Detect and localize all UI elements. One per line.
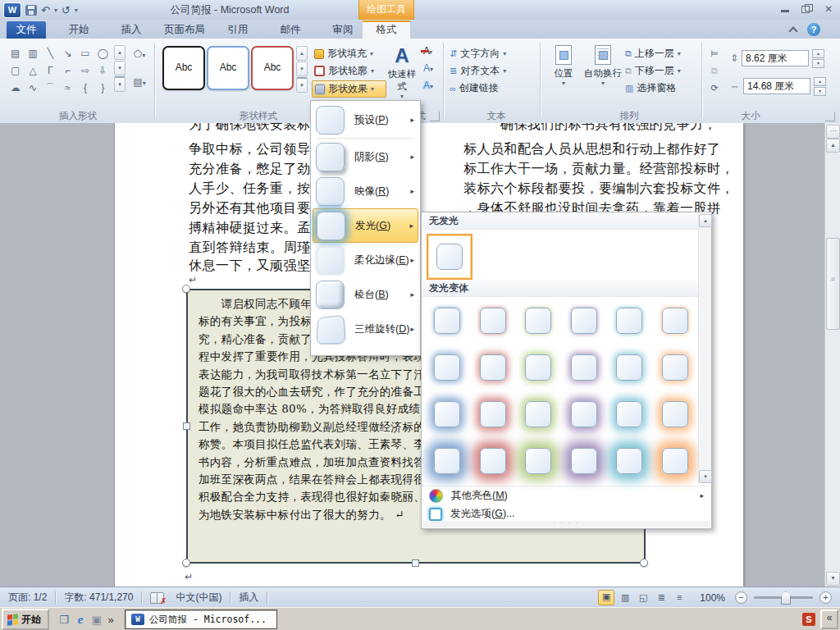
glow-variant-18pt-accent4[interactable] bbox=[563, 440, 605, 482]
glow-variant-8pt-accent6[interactable] bbox=[654, 346, 696, 389]
resize-handle-bottom-right[interactable] bbox=[640, 559, 648, 567]
glow-variant-18pt-accent1[interactable] bbox=[426, 440, 468, 482]
zoom-in-button[interactable]: + bbox=[819, 591, 832, 604]
word-count[interactable]: 字数: 471/1,270 bbox=[56, 591, 141, 605]
glow-variant-5pt-accent6[interactable] bbox=[654, 299, 696, 342]
selection-pane-button[interactable]: ▥ 选择窗格 bbox=[625, 80, 676, 96]
word-logo-icon[interactable]: W bbox=[3, 2, 21, 18]
scroll-up-icon[interactable]: ▴ bbox=[826, 139, 840, 153]
effects-menu-item-S[interactable]: 阴影(S)▸ bbox=[313, 139, 418, 174]
text-effects-button[interactable]: A▾ bbox=[423, 80, 441, 95]
text-fill-button[interactable]: A▾ bbox=[423, 45, 441, 61]
glow-variant-11pt-accent6[interactable] bbox=[654, 393, 696, 436]
view-draft-button[interactable]: ≡ bbox=[672, 591, 687, 605]
glow-scroll-down-icon[interactable]: ▾ bbox=[699, 470, 712, 483]
ribbon-tab-2[interactable]: 页面布局 bbox=[158, 21, 212, 39]
undo-dropdown-icon[interactable]: ▾ bbox=[54, 7, 57, 14]
glow-variant-18pt-accent6[interactable] bbox=[654, 440, 696, 482]
glow-variant-18pt-accent5[interactable] bbox=[608, 440, 651, 482]
redo-icon[interactable]: ↺ bbox=[62, 5, 71, 16]
shape-fill-button[interactable]: 形状填充▾ bbox=[312, 46, 385, 62]
tab-format-selected[interactable]: 格式 bbox=[362, 21, 411, 40]
collapse-ribbon-icon[interactable] bbox=[789, 25, 797, 32]
ribbon-tab-0[interactable]: 开始 bbox=[52, 21, 105, 39]
glow-variant-11pt-accent2[interactable] bbox=[472, 393, 514, 436]
view-print-layout-button[interactable]: ▣ bbox=[598, 590, 614, 605]
help-icon[interactable]: ? bbox=[807, 23, 820, 36]
glow-variant-8pt-accent3[interactable] bbox=[517, 346, 559, 389]
left-brace-icon[interactable]: { bbox=[76, 80, 94, 97]
shape-width-field[interactable] bbox=[743, 78, 810, 94]
quick-launch-other-icon[interactable]: ▣ bbox=[89, 614, 105, 626]
glow-variant-11pt-accent3[interactable] bbox=[517, 393, 559, 436]
scrollbar-thumb[interactable] bbox=[826, 238, 840, 330]
wordart-dialog-launcher-icon[interactable] bbox=[430, 112, 440, 121]
internet-explorer-icon[interactable]: e bbox=[72, 613, 89, 627]
glow-variant-5pt-accent3[interactable] bbox=[517, 299, 559, 342]
create-link-button[interactable]: ∞ 创建链接 bbox=[450, 80, 499, 96]
proofing-error-icon[interactable]: ✗ bbox=[150, 592, 164, 604]
align-objects-button[interactable]: ⊨ bbox=[707, 46, 722, 62]
insert-mode-indicator[interactable]: 插入 bbox=[231, 591, 267, 605]
view-fullscreen-reading-button[interactable]: ▥ bbox=[618, 591, 632, 605]
send-backward-button[interactable]: ⧉ 下移一层▾ bbox=[625, 63, 681, 79]
resize-handle-bottom-left[interactable] bbox=[182, 559, 190, 567]
resize-handle-left[interactable] bbox=[183, 422, 190, 430]
glow-variant-8pt-accent4[interactable] bbox=[563, 346, 605, 389]
glow-variant-8pt-accent1[interactable] bbox=[426, 346, 468, 389]
shape-style-thumb-3[interactable]: Abc bbox=[251, 46, 294, 90]
effects-menu-item-R[interactable]: 映像(R)▸ bbox=[313, 174, 418, 208]
close-button[interactable]: ✕ bbox=[822, 4, 835, 14]
effects-menu-item-B[interactable]: 棱台(B)▸ bbox=[313, 277, 418, 312]
qat-more-icon[interactable]: ▾ bbox=[75, 7, 78, 14]
oval-icon[interactable]: ◯ bbox=[94, 45, 112, 62]
glow-variant-5pt-accent2[interactable] bbox=[472, 299, 514, 342]
glow-variant-11pt-accent4[interactable] bbox=[563, 393, 605, 436]
glow-variant-5pt-accent4[interactable] bbox=[563, 299, 605, 342]
size-dialog-launcher-icon[interactable] bbox=[825, 112, 835, 121]
glow-variant-11pt-accent1[interactable] bbox=[426, 393, 468, 436]
rotate-objects-button[interactable]: ⟳ bbox=[707, 80, 722, 96]
resize-handle-bottom[interactable] bbox=[412, 559, 419, 567]
taskbar-word-button[interactable]: W 公司简报 - Microsof... bbox=[125, 609, 277, 629]
text-box-vertical-icon[interactable]: ▥ bbox=[24, 45, 41, 62]
effects-menu-item-G[interactable]: 发光(G)▸ bbox=[313, 208, 418, 243]
bring-forward-button[interactable]: ⧉ 上移一层▾ bbox=[625, 46, 681, 62]
edit-shape-button[interactable]: ⬠▾ bbox=[130, 45, 149, 66]
restore-button[interactable] bbox=[801, 4, 814, 14]
glow-variant-18pt-accent2[interactable] bbox=[472, 440, 514, 482]
minimize-button[interactable] bbox=[779, 4, 792, 14]
save-icon[interactable] bbox=[25, 5, 37, 16]
height-stepper[interactable]: ▴▾ bbox=[812, 49, 824, 68]
glow-variant-18pt-accent3[interactable] bbox=[517, 440, 559, 482]
zoom-slider[interactable] bbox=[754, 596, 813, 599]
scroll-down-icon[interactable]: ▾ bbox=[826, 572, 840, 586]
wrap-text-button[interactable]: 自动换行▾ bbox=[584, 43, 622, 107]
shape-outline-button[interactable]: 形状轮廓▾ bbox=[312, 63, 385, 79]
language-indicator[interactable]: 中文(中国) bbox=[167, 591, 230, 605]
quick-launch-chevron-icon[interactable]: » bbox=[105, 614, 116, 626]
shape-style-thumb-1[interactable]: Abc bbox=[162, 46, 205, 90]
menu-resize-grip[interactable]: · · · · bbox=[422, 521, 710, 527]
tray-collapse-button[interactable]: « bbox=[820, 609, 838, 629]
effects-menu-item-E[interactable]: 柔化边缘(E)▸ bbox=[313, 243, 418, 277]
right-arrow-icon[interactable]: ⇨ bbox=[76, 62, 94, 80]
elbow-connector-icon[interactable]: Γ bbox=[42, 62, 59, 80]
page-indicator[interactable]: 页面: 1/2 bbox=[0, 591, 55, 605]
shapes-gallery-scroll[interactable]: ▴▾▾ bbox=[114, 45, 126, 92]
rounded-rectangle-icon[interactable]: ▢ bbox=[7, 62, 24, 80]
zoom-out-button[interactable]: − bbox=[735, 591, 747, 604]
glow-variant-8pt-accent5[interactable] bbox=[608, 346, 651, 389]
start-button[interactable]: 开始 bbox=[2, 609, 49, 630]
glow-gallery-scrollbar[interactable]: ▴ ▾ bbox=[698, 214, 711, 483]
scribble-icon[interactable]: ∿ bbox=[24, 80, 41, 97]
right-brace-icon[interactable]: } bbox=[94, 80, 112, 97]
view-web-layout-button[interactable]: ◱ bbox=[636, 591, 651, 605]
line-icon[interactable]: ╲ bbox=[42, 45, 59, 62]
no-glow-option-selected[interactable] bbox=[427, 234, 472, 280]
shape-styles-scroll[interactable]: ▴▾▾ bbox=[296, 46, 308, 93]
quick-launch-window-icon[interactable]: ❒ bbox=[56, 614, 72, 626]
rectangle-icon[interactable]: ▭ bbox=[76, 45, 94, 62]
text-outline-button[interactable]: A▾ bbox=[423, 62, 441, 78]
zoom-slider-handle[interactable] bbox=[781, 591, 791, 605]
